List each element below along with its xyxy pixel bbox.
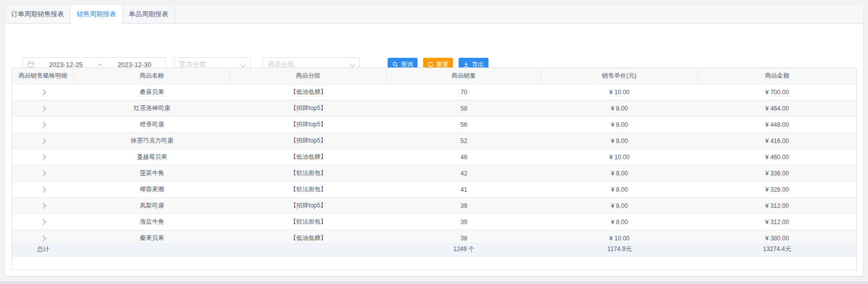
calendar-icon	[27, 61, 34, 68]
expand-chevron-icon[interactable]	[40, 235, 46, 241]
cell-amount: ¥ 464.00	[698, 100, 856, 116]
expand-chevron-icon[interactable]	[40, 89, 46, 95]
chevron-down-icon	[349, 61, 355, 67]
cell-name: 藜麦贝果	[74, 230, 230, 242]
table-row: 凤梨司康【招牌top5】39¥ 8.00¥ 312.00	[12, 198, 856, 214]
table-row: 橙香司康【招牌top5】56¥ 8.00¥ 448.00	[12, 117, 856, 133]
expand-chevron-icon[interactable]	[40, 219, 46, 225]
table-row: 藜麦贝果【低油低糖】38¥ 10.00¥ 380.00	[12, 230, 856, 242]
summary-price: 1174.9元	[541, 242, 698, 256]
cell-price: ¥ 8.00	[541, 133, 698, 149]
cell-qty: 52	[387, 133, 541, 149]
cell-expand	[12, 133, 74, 149]
refresh-icon	[428, 61, 434, 67]
cell-group: 【低油低糖】	[230, 149, 387, 165]
table-header: 商品销售规格明细商品名称商品分组商品销量销售单价(元)商品金额	[12, 68, 856, 84]
cell-group: 【软法面包】	[230, 214, 387, 230]
cell-price: ¥ 8.00	[541, 100, 698, 116]
cell-group: 【软法面包】	[230, 165, 387, 181]
search-icon	[392, 61, 398, 67]
download-icon	[463, 61, 469, 67]
cell-qty: 39	[387, 198, 541, 214]
column-header: 商品分组	[230, 68, 387, 84]
column-header: 商品销售规格明细	[12, 68, 74, 84]
table-row: 红茶洛神司康【招牌top5】58¥ 8.00¥ 464.00	[12, 100, 856, 117]
cell-expand	[12, 117, 74, 132]
cell-group: 【低油低糖】	[230, 84, 387, 100]
cell-expand	[12, 100, 74, 116]
summary-group	[230, 242, 387, 256]
cell-name: 桑葚贝果	[74, 84, 230, 100]
tab-inactive[interactable]: 单品周期报表	[123, 5, 175, 23]
cell-amount: ¥ 312.00	[698, 198, 856, 214]
cell-price: ¥ 8.00	[541, 182, 698, 197]
report-card: 订单周期销售报表销售周期报表单品周期报表 2023-12-25 ~ 2023-1…	[5, 5, 863, 276]
cell-amount: ¥ 328.00	[698, 182, 856, 197]
cell-price: ¥ 10.00	[541, 84, 698, 100]
cell-group: 【招牌top5】	[230, 198, 387, 214]
cell-price: ¥ 10.00	[541, 149, 698, 165]
table-body: 桑葚贝果【低油低糖】70¥ 10.00¥ 700.00红茶洛神司康【招牌top5…	[12, 84, 856, 242]
table-row: 蔓越莓贝果【低油低糖】46¥ 10.00¥ 460.00	[12, 149, 856, 165]
cell-group: 【软法面包】	[230, 182, 387, 197]
cell-amount: ¥ 380.00	[698, 230, 856, 242]
cell-price: ¥ 8.00	[541, 117, 698, 132]
cell-qty: 38	[387, 230, 541, 242]
tab-inactive[interactable]: 订单周期销售报表	[5, 5, 70, 23]
expand-chevron-icon[interactable]	[40, 105, 46, 111]
cell-qty: 56	[387, 117, 541, 132]
summary-label: 总计	[12, 242, 74, 256]
column-header: 销售单价(元)	[541, 68, 698, 84]
cell-group: 【招牌top5】	[230, 133, 387, 149]
expand-chevron-icon[interactable]	[40, 122, 46, 127]
cell-name: 抹茶巧克力司康	[74, 133, 230, 149]
cell-qty: 58	[387, 100, 541, 116]
expand-chevron-icon[interactable]	[40, 170, 46, 176]
cell-expand	[12, 198, 74, 214]
column-header: 商品金额	[698, 68, 856, 84]
cell-price: ¥ 8.00	[541, 198, 698, 214]
table-row: 海盐牛角【软法面包】39¥ 8.00¥ 312.00	[12, 214, 856, 230]
summary-name	[74, 242, 230, 256]
cell-qty: 39	[387, 214, 541, 230]
cell-name: 红茶洛神司康	[74, 100, 230, 116]
cell-qty: 41	[387, 182, 541, 197]
column-header: 商品名称	[74, 68, 230, 84]
summary-amount: 13274.4元	[698, 242, 856, 256]
cell-expand	[12, 84, 74, 100]
filter-bar: 2023-12-25 ~ 2023-12-30 官方分类 商品分组 查询	[5, 23, 863, 64]
cell-expand	[12, 182, 74, 197]
cell-qty: 42	[387, 165, 541, 181]
cell-amount: ¥ 312.00	[698, 214, 856, 230]
table-row: 桑葚贝果【低油低糖】70¥ 10.00¥ 700.00	[12, 84, 856, 100]
expand-chevron-icon[interactable]	[40, 203, 46, 208]
cell-name: 橙香司康	[74, 117, 230, 132]
cell-amount: ¥ 700.00	[698, 84, 856, 100]
table-row: 菠菜牛角【软法面包】42¥ 8.00¥ 336.00	[12, 165, 856, 182]
cell-group: 【招牌top5】	[230, 100, 387, 116]
cell-expand	[12, 230, 74, 242]
cell-qty: 46	[387, 149, 541, 165]
cell-group: 【低油低糖】	[230, 230, 387, 242]
cell-price: ¥ 8.00	[541, 165, 698, 181]
table-row: 椰蓉麦圈【软法面包】41¥ 8.00¥ 328.00	[12, 182, 856, 198]
page-bottom-band	[0, 281, 868, 284]
sales-report-table: 商品销售规格明细商品名称商品分组商品销量销售单价(元)商品金额 桑葚贝果【低油低…	[12, 67, 857, 270]
cell-price: ¥ 8.00	[541, 214, 698, 230]
column-header: 商品销量	[387, 68, 541, 84]
cell-name: 菠菜牛角	[74, 165, 230, 181]
cell-amount: ¥ 416.00	[698, 133, 856, 149]
expand-chevron-icon[interactable]	[40, 187, 46, 192]
cell-amount: ¥ 448.00	[698, 117, 856, 132]
cell-amount: ¥ 336.00	[698, 165, 856, 181]
cell-expand	[12, 165, 74, 181]
cell-amount: ¥ 460.00	[698, 149, 856, 165]
summary-qty: 1249 个	[387, 242, 541, 256]
table-row: 抹茶巧克力司康【招牌top5】52¥ 8.00¥ 416.00	[12, 133, 856, 149]
tabs: 订单周期销售报表销售周期报表单品周期报表	[5, 5, 863, 24]
table-summary-row: 总计1249 个1174.9元13274.4元	[12, 242, 856, 257]
tab-active[interactable]: 销售周期报表	[70, 5, 123, 24]
expand-chevron-icon[interactable]	[40, 154, 46, 160]
expand-chevron-icon[interactable]	[40, 138, 46, 144]
cell-expand	[12, 149, 74, 165]
